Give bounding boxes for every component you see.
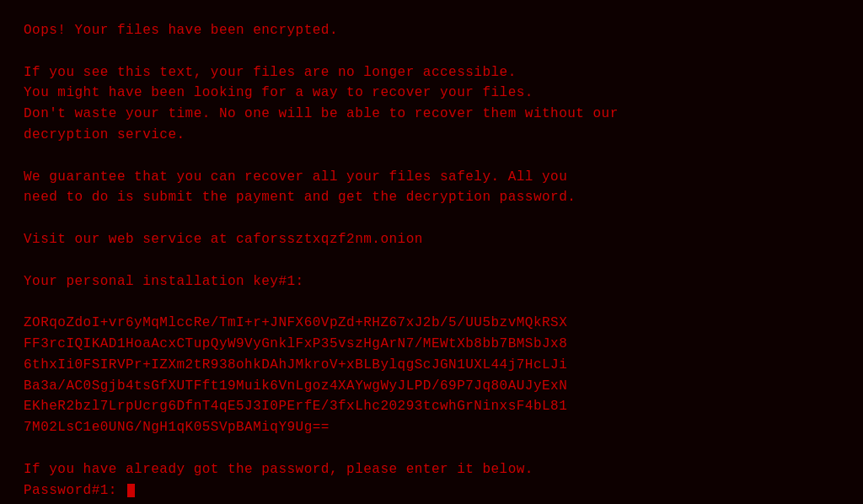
key-line-3: 6thxIi0FSIRVPr+IZXm2tR938ohkDAhJMkroV+xB… [24,355,839,376]
key-header-line: Your personal installation key#1: [24,271,839,292]
spacer-1 [24,41,839,62]
line-4: decryption service. [24,125,839,146]
spacer-4 [24,250,839,271]
ransomware-screen: Oops! Your files have been encrypted. If… [0,0,863,504]
password-input-line[interactable]: Password#1: [24,480,839,501]
spacer-2 [24,146,839,167]
key-line-6: 7M02LsC1e0UNG/NgH1qK05SVpBAMiqY9Ug== [24,417,839,438]
onion-url-line: Visit our web service at caforssztxqzf2n… [24,229,839,250]
spacer-5 [24,292,839,313]
password-instruction: If you have already got the password, pl… [24,459,839,480]
line-2: You might have been looking for a way to… [24,83,839,104]
line-5: We guarantee that you can recover all yo… [24,167,839,188]
key-line-5: EKheR2bzl7LrpUcrg6DfnT4qE5J3I0PErfE/3fxL… [24,396,839,417]
line-6: need to do is submit the payment and get… [24,187,839,208]
line-1: If you see this text, your files are no … [24,62,839,83]
title-line: Oops! Your files have been encrypted. [24,20,839,41]
spacer-6 [24,438,839,459]
key-line-2: FF3rcIQIKAD1HoaAcxCTupQyW9VyGnklFxP35vsz… [24,334,839,355]
line-3: Don't waste your time. No one will be ab… [24,104,839,125]
spacer-3 [24,208,839,229]
key-line-1: ZORqoZdoI+vr6yMqMlccRe/TmI+r+JNFX60VpZd+… [24,313,839,334]
password-label: Password#1: [24,480,126,501]
cursor-blink [127,484,135,497]
key-line-4: Ba3a/AC0Sgjb4tsGfXUTFft19Muik6VnLgoz4XAY… [24,376,839,397]
